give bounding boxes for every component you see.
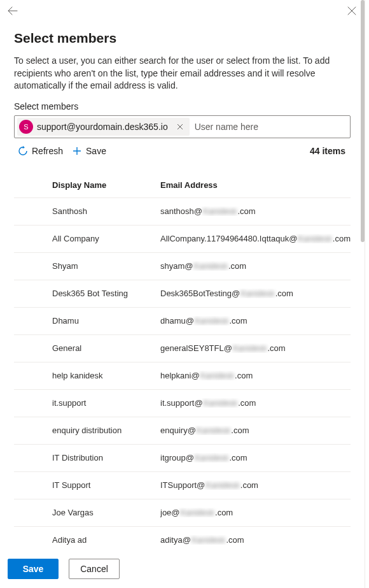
display-name-cell: enquiry distribution (52, 426, 160, 435)
footer: Save Cancel (0, 551, 365, 588)
table-row[interactable]: Dhamudhamu@Kanidesk.com (14, 308, 351, 335)
save-button[interactable]: Save (8, 559, 59, 579)
email-cell: helpkani@Kanidesk.com (160, 371, 351, 380)
save-label: Save (86, 146, 106, 156)
display-name-cell: Desk365 Bot Testing (52, 289, 160, 298)
table-row[interactable]: Santhoshsanthosh@Kanidesk.com (14, 198, 351, 226)
email-cell: itgroup@Kanidesk.com (160, 453, 351, 463)
column-header-name[interactable]: Display Name (52, 180, 160, 190)
table-row[interactable]: enquiry distributionenquiry@Kanidesk.com (14, 417, 351, 445)
redacted-domain: Kanidesk (193, 261, 228, 271)
redacted-domain: Kanidesk (196, 426, 231, 435)
redacted-domain: Kanidesk (202, 206, 237, 216)
email-cell: generalSEY8TFL@Kanidesk.com (160, 343, 351, 353)
email-cell: it.support@Kanidesk.com (160, 398, 351, 408)
redacted-domain: Kanidesk (200, 371, 235, 380)
members-table: Display Name Email Address Santhoshsanth… (14, 164, 351, 551)
table-row[interactable]: Shyamshyam@Kanidesk.com (14, 253, 351, 280)
email-cell: Desk365BotTesting@Kanidesk.com (160, 289, 351, 298)
chip-email: support@yourdomain.desk365.io (37, 122, 168, 132)
table-row[interactable]: Aditya adaditya@Kanidesk.com (14, 527, 351, 551)
email-cell: AllCompany.11794964480.Iqttaquk@Kanidesk… (160, 234, 351, 243)
close-icon[interactable] (345, 4, 358, 17)
refresh-label: Refresh (32, 146, 63, 156)
table-row[interactable]: GeneralgeneralSEY8TFL@Kanidesk.com (14, 335, 351, 362)
cancel-button[interactable]: Cancel (69, 559, 120, 579)
redacted-domain: Kanidesk (191, 535, 226, 545)
display-name-cell: Dhamu (52, 316, 160, 326)
page-title: Select members (14, 31, 351, 46)
table-header: Display Name Email Address (14, 164, 351, 198)
save-button-toolbar[interactable]: Save (72, 146, 106, 156)
refresh-button[interactable]: Refresh (18, 146, 63, 156)
search-input[interactable] (192, 119, 347, 134)
display-name-cell: it.support (52, 398, 160, 408)
page-description: To select a user, you can either search … (14, 55, 351, 92)
plus-icon (72, 146, 82, 156)
table-row[interactable]: IT Distributionitgroup@Kanidesk.com (14, 445, 351, 472)
item-count: 44 items (310, 146, 349, 156)
table-row[interactable]: Desk365 Bot TestingDesk365BotTesting@Kan… (14, 280, 351, 308)
email-cell: dhamu@Kanidesk.com (160, 316, 351, 326)
table-row[interactable]: IT SupportITSupport@Kanidesk.com (14, 472, 351, 499)
email-cell: aditya@Kanidesk.com (160, 535, 351, 545)
column-header-email[interactable]: Email Address (160, 180, 351, 190)
display-name-cell: All Company (52, 234, 160, 243)
scrollbar[interactable] (361, 0, 365, 242)
email-cell: shyam@Kanidesk.com (160, 261, 351, 271)
redacted-domain: Kanidesk (205, 480, 240, 490)
email-cell: ITSupport@Kanidesk.com (160, 480, 351, 490)
refresh-icon (18, 146, 28, 156)
redacted-domain: Kanidesk (203, 398, 238, 408)
redacted-domain: Kanidesk (194, 316, 229, 326)
table-row[interactable]: All CompanyAllCompany.11794964480.Iqttaq… (14, 226, 351, 253)
chip-remove-icon[interactable] (172, 118, 188, 135)
table-row[interactable]: help kanideskhelpkani@Kanidesk.com (14, 362, 351, 390)
redacted-domain: Kanidesk (240, 289, 275, 298)
display-name-cell: Santhosh (52, 206, 160, 216)
back-arrow-icon[interactable] (6, 4, 19, 17)
display-name-cell: Joe Vargas (52, 508, 160, 517)
display-name-cell: IT Support (52, 480, 160, 490)
display-name-cell: Aditya ad (52, 535, 160, 545)
table-row[interactable]: it.supportit.support@Kanidesk.com (14, 390, 351, 417)
display-name-cell: help kanidesk (52, 371, 160, 380)
avatar: S (19, 120, 33, 134)
email-cell: santhosh@Kanidesk.com (160, 206, 351, 216)
display-name-cell: IT Distribution (52, 453, 160, 463)
display-name-cell: General (52, 343, 160, 353)
display-name-cell: Shyam (52, 261, 160, 271)
table-row[interactable]: Joe Vargasjoe@Kanidesk.com (14, 499, 351, 527)
redacted-domain: Kanidesk (180, 508, 215, 517)
members-input-container[interactable]: S support@yourdomain.desk365.io (14, 115, 351, 138)
email-cell: enquiry@Kanidesk.com (160, 426, 351, 435)
email-cell: joe@Kanidesk.com (160, 508, 351, 517)
redacted-domain: Kanidesk (232, 343, 267, 353)
redacted-domain: Kanidesk (297, 234, 332, 243)
members-label: Select members (14, 101, 351, 111)
selected-member-chip: S support@yourdomain.desk365.io (17, 118, 190, 136)
redacted-domain: Kanidesk (194, 453, 229, 463)
